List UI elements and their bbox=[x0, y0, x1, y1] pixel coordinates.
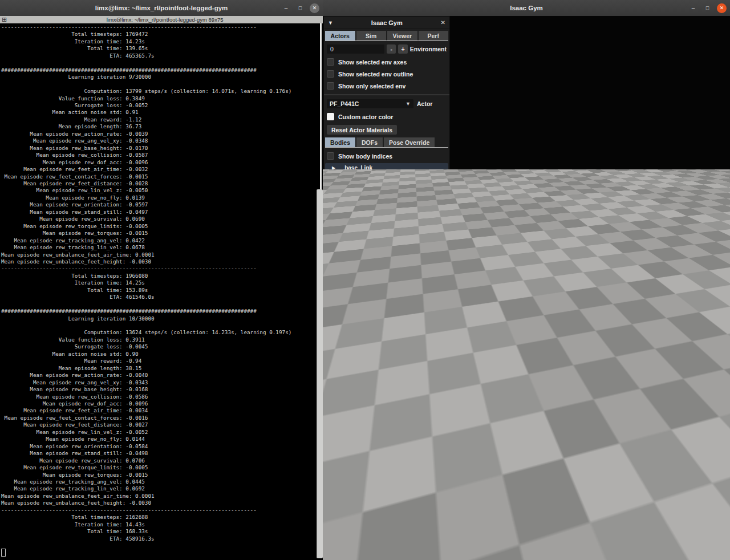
robot bbox=[495, 180, 500, 185]
subtab-dofs[interactable]: DOFs bbox=[356, 137, 383, 147]
distant-robot bbox=[642, 178, 643, 180]
distant-robot bbox=[713, 188, 715, 190]
terminal-tabbar[interactable]: ⊞ limx@limx: ~/limx_rl/pointfoot-legged-… bbox=[0, 16, 323, 24]
distant-robot bbox=[594, 172, 594, 173]
tab-sim[interactable]: Sim bbox=[356, 31, 387, 40]
r-under bbox=[660, 345, 667, 350]
panel-collapse-icon[interactable]: ▼ bbox=[328, 20, 333, 26]
distant-robot bbox=[544, 190, 546, 193]
body-row-hip_L_Link[interactable]: ▶hip_L_Link bbox=[325, 187, 448, 197]
distant-robot bbox=[579, 193, 582, 197]
distant-robot bbox=[715, 198, 718, 202]
distant-robot bbox=[587, 186, 590, 188]
scrollbar-track[interactable] bbox=[320, 23, 322, 189]
body-row-foot_R_Link[interactable]: ▶foot_R_Link bbox=[325, 259, 448, 269]
body-row-knee_L_Link[interactable]: ▶knee_L_Link bbox=[325, 199, 448, 209]
checkbox[interactable] bbox=[327, 58, 334, 66]
distant-robot bbox=[564, 173, 565, 174]
terminal-content[interactable]: ----------------------------------------… bbox=[0, 23, 323, 560]
robot bbox=[717, 295, 730, 308]
expand-triangle-icon[interactable]: ▶ bbox=[332, 177, 335, 182]
show-body-indices-label: Show body indices bbox=[338, 153, 392, 160]
expand-triangle-icon[interactable]: ▶ bbox=[332, 261, 335, 266]
expand-triangle-icon[interactable]: ▶ bbox=[332, 237, 335, 242]
panel-tabs: ActorsSimViewerPerf bbox=[325, 31, 448, 41]
show-body-indices-checkbox[interactable] bbox=[327, 152, 334, 160]
close-button[interactable]: ✕ bbox=[310, 3, 319, 13]
scrollbar-thumb[interactable] bbox=[317, 189, 323, 558]
r-leg bbox=[540, 197, 541, 200]
distant-robot bbox=[456, 171, 456, 172]
robot bbox=[511, 210, 520, 219]
close-button[interactable]: ✕ bbox=[717, 3, 727, 13]
distant-robot bbox=[697, 193, 700, 196]
actor-select[interactable]: PF_P441C ▼ bbox=[327, 99, 413, 108]
robot bbox=[634, 480, 701, 547]
robot bbox=[690, 236, 700, 246]
checkbox-row: Show selected env axes bbox=[327, 58, 447, 66]
distant-robot bbox=[569, 185, 571, 188]
custom-actor-color-label: Custom actor color bbox=[338, 113, 393, 120]
tab-viewer[interactable]: Viewer bbox=[387, 31, 417, 40]
checkbox[interactable] bbox=[327, 82, 334, 90]
body-row-foot_L_Link[interactable]: ▶foot_L_Link bbox=[325, 211, 448, 221]
r-under bbox=[585, 383, 593, 388]
checkbox[interactable] bbox=[327, 70, 334, 78]
tab-perf[interactable]: Perf bbox=[419, 31, 449, 40]
distant-robot bbox=[599, 174, 600, 175]
terminal-cursor bbox=[1, 549, 6, 557]
environment-input[interactable]: 0 bbox=[327, 44, 384, 54]
distant-robot bbox=[713, 181, 715, 184]
body-row-hip_R_Link[interactable]: ▶hip_R_Link bbox=[325, 235, 448, 245]
expand-triangle-icon[interactable]: ▶ bbox=[332, 213, 335, 218]
distant-robot bbox=[651, 172, 652, 173]
maximize-button[interactable]: □ bbox=[703, 3, 712, 13]
expand-triangle-icon[interactable]: ▶ bbox=[332, 189, 335, 194]
isaacgym-window-controls: – □ ✕ bbox=[688, 0, 727, 16]
checkbox-label: Show selected env axes bbox=[338, 59, 407, 66]
distant-robot bbox=[460, 186, 463, 189]
tab-actors[interactable]: Actors bbox=[325, 31, 355, 40]
terminal-text: ----------------------------------------… bbox=[0, 23, 323, 542]
environment-row: 0 - + Environment bbox=[327, 44, 447, 54]
env-increment-button[interactable]: + bbox=[398, 44, 407, 54]
env-decrement-button[interactable]: - bbox=[387, 44, 396, 54]
expand-triangle-icon[interactable]: ▶ bbox=[332, 225, 335, 230]
distant-robot bbox=[521, 171, 522, 172]
distant-robot bbox=[549, 181, 551, 182]
subtab-pose-override[interactable]: Pose Override bbox=[384, 137, 435, 147]
reset-actor-materials-button[interactable]: Reset Actor Materials bbox=[327, 125, 397, 135]
robot bbox=[660, 209, 668, 216]
distant-robot bbox=[548, 175, 549, 176]
isaacgym-titlebar[interactable]: Isaac Gym – □ ✕ bbox=[323, 0, 730, 16]
expand-triangle-icon[interactable]: ▶ bbox=[332, 165, 335, 171]
panel-titlebar[interactable]: ▼ Isaac Gym ✕ bbox=[324, 17, 449, 29]
distant-robot bbox=[468, 194, 471, 197]
minimize-button[interactable]: – bbox=[688, 3, 698, 13]
distant-robot bbox=[639, 180, 641, 181]
viewport-3d[interactable]: ▼ Isaac Gym ✕ ActorsSimViewerPerf 0 - + … bbox=[323, 16, 730, 560]
robot bbox=[720, 244, 729, 253]
body-row-knee_R_Link[interactable]: ▶knee_R_Link bbox=[325, 247, 448, 257]
robot bbox=[517, 267, 527, 277]
distant-robot bbox=[553, 187, 555, 190]
isaacgym-window: Isaac Gym – □ ✕ ▼ Isaac Gym ✕ ActorsSimV… bbox=[323, 0, 730, 560]
distant-robot bbox=[694, 188, 696, 191]
robot bbox=[615, 245, 624, 254]
custom-actor-color-swatch[interactable] bbox=[327, 113, 334, 120]
robot bbox=[452, 226, 460, 234]
body-row-base_Link[interactable]: ▶base_Link bbox=[325, 163, 448, 173]
distant-robot bbox=[565, 171, 565, 172]
expand-triangle-icon[interactable]: ▶ bbox=[332, 201, 335, 206]
subtab-bodies[interactable]: Bodies bbox=[325, 137, 355, 147]
body-row-abad_R_Link[interactable]: ▶abad_R_Link bbox=[325, 223, 448, 233]
body-row-abad_L_Link[interactable]: ▶abad_L_Link bbox=[325, 175, 448, 185]
minimize-button[interactable]: – bbox=[281, 3, 291, 13]
distant-robot bbox=[517, 192, 520, 196]
maximize-button[interactable]: □ bbox=[295, 3, 305, 13]
distant-robot bbox=[606, 193, 609, 196]
body-list: ▶base_Link▶abad_L_Link▶hip_L_Link▶knee_L… bbox=[324, 163, 449, 269]
panel-close-icon[interactable]: ✕ bbox=[441, 19, 445, 26]
expand-triangle-icon[interactable]: ▶ bbox=[332, 249, 335, 254]
terminal-titlebar[interactable]: limx@limx: ~/limx_rl/pointfoot-legged-gy… bbox=[0, 0, 323, 17]
